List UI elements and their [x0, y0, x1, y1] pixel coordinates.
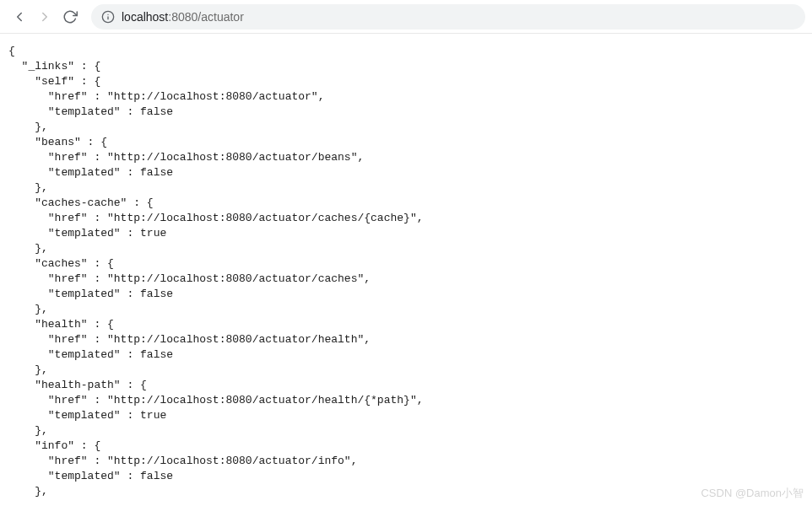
reload-icon — [62, 9, 78, 24]
url-host: localhost — [122, 10, 168, 24]
url-text: localhost:8080/actuator — [122, 10, 244, 24]
response-body: { "_links" : { "self" : { "href" : "http… — [0, 34, 812, 506]
arrow-right-icon — [37, 9, 52, 24]
forward-button[interactable] — [32, 4, 57, 30]
url-port: :8080 — [168, 10, 198, 24]
url-path: /actuator — [198, 10, 243, 24]
browser-toolbar: localhost:8080/actuator — [0, 0, 812, 34]
arrow-left-icon — [12, 9, 27, 24]
reload-button[interactable] — [57, 4, 83, 30]
back-button[interactable] — [7, 4, 32, 30]
info-icon — [101, 10, 115, 24]
address-bar[interactable]: localhost:8080/actuator — [91, 4, 805, 30]
